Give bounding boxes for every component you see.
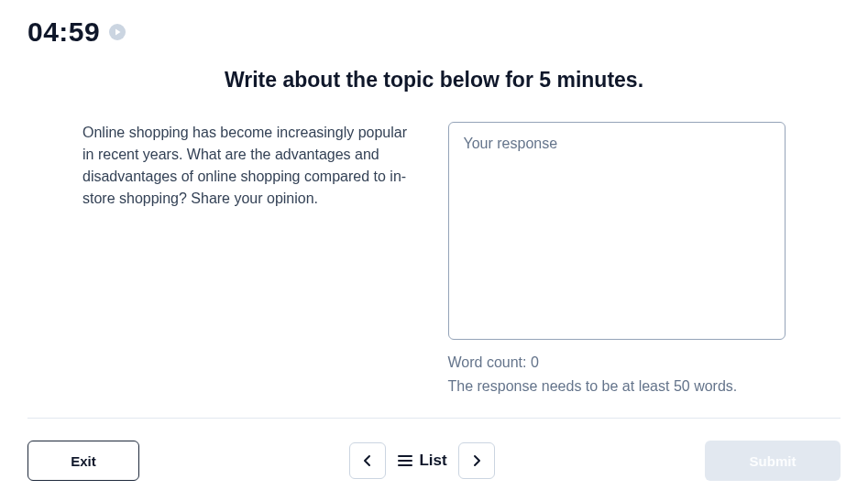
word-count-hint: The response needs to be at least 50 wor… bbox=[448, 378, 786, 395]
svg-marker-0 bbox=[115, 29, 121, 36]
list-icon bbox=[397, 452, 413, 469]
exit-button[interactable]: Exit bbox=[27, 441, 139, 481]
chevron-left-icon bbox=[360, 453, 375, 468]
submit-button[interactable]: Submit bbox=[705, 441, 841, 481]
list-label: List bbox=[419, 452, 446, 470]
prompt-text: Online shopping has become increasingly … bbox=[82, 122, 421, 395]
response-textarea[interactable] bbox=[448, 122, 786, 340]
next-button[interactable] bbox=[458, 442, 495, 479]
nav-group: List bbox=[349, 442, 494, 479]
word-count: Word count: 0 bbox=[448, 354, 786, 371]
page-title: Write about the topic below for 5 minute… bbox=[0, 68, 868, 93]
chevron-right-icon bbox=[469, 453, 484, 468]
timer: 04:59 bbox=[27, 16, 100, 48]
prev-button[interactable] bbox=[349, 442, 386, 479]
list-button[interactable]: List bbox=[397, 452, 446, 470]
play-icon[interactable] bbox=[109, 24, 126, 40]
